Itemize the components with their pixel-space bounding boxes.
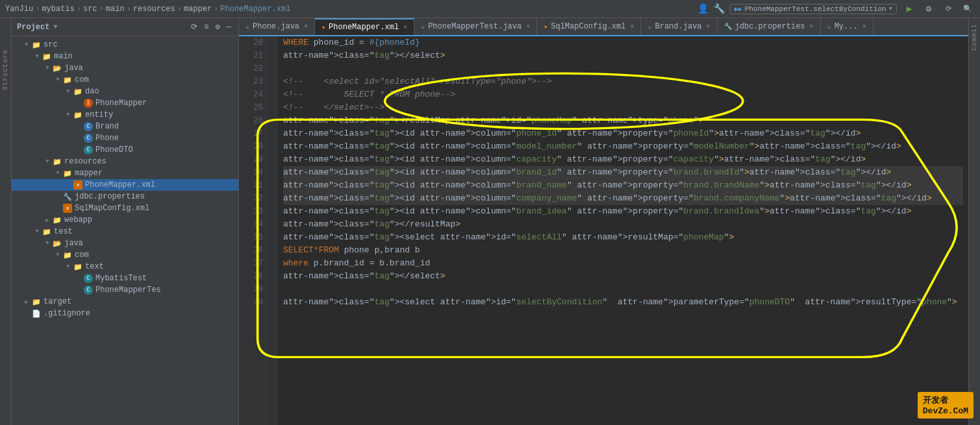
breadcrumb-bar: YanJiu › mybatis › src › main › resource… — [0, 0, 980, 18]
class-icon-phone: C — [83, 133, 94, 143]
tree-label-sqlmapconfig: SqlMapConfig.xml — [75, 204, 149, 213]
tree-item-dao[interactable]: ▼ 📁 dao — [12, 86, 238, 97]
tree-arrow-text: ▼ — [64, 263, 73, 270]
tree-arrow-src: ▼ — [22, 42, 31, 48]
tree-label-mybatistest: MybatisTest — [95, 274, 147, 283]
tree-item-com[interactable]: ▼ 📁 com — [12, 74, 238, 86]
tree-item-src[interactable]: ▼ 📁 src — [12, 39, 238, 51]
tab-phonemapper-xml[interactable]: ✦ PhoneMapper.xml × — [315, 18, 414, 35]
collapse-icon[interactable]: ≡ — [202, 22, 210, 32]
tab-label-my: My... — [835, 22, 858, 31]
tree-arrow-test: ▼ — [32, 228, 42, 235]
editor-area: ☕ Phone.java × ✦ PhoneMapper.xml × ☕ Pho… — [239, 18, 968, 425]
tab-my[interactable]: ☕ My... × — [821, 18, 873, 35]
tree-item-main[interactable]: ▼ 📁 main — [12, 51, 238, 62]
structure-label: Structure — [2, 49, 9, 90]
tab-close-phonemappertest-java[interactable]: × — [526, 23, 530, 30]
gear-icon[interactable]: ⚙ — [214, 21, 222, 32]
java-icon-brand: ☕ — [647, 23, 651, 30]
tree-item-phonemapper[interactable]: I PhoneMapper — [12, 97, 238, 109]
code-line-31: attr-name">class="tag"><id attr-name">co… — [283, 179, 963, 192]
tree-item-test[interactable]: ▼ 📁 test — [12, 226, 238, 237]
code-line-35: attr-name">class="tag"><select attr-name… — [283, 231, 963, 244]
tree-item-text[interactable]: ▼ 📁 text — [12, 261, 238, 273]
folder-icon-com: 📁 — [62, 75, 73, 85]
tree-label-phonemapper: PhoneMapper — [95, 99, 147, 108]
watermark-line1: 开发者 — [923, 396, 948, 406]
code-line-36: SELECT * FROM phone p,brand b — [283, 244, 963, 257]
breadcrumb-mybatis[interactable]: mybatis — [42, 5, 74, 14]
tree-label-java2: java — [64, 239, 83, 248]
code-line-23: <!-- <select id="selectAll" resultType="… — [283, 75, 963, 88]
code-line-33: attr-name">class="tag"><id attr-name">co… — [283, 205, 963, 218]
tree-item-resources[interactable]: ▼ 📁 resources — [12, 156, 238, 167]
run-config-selector[interactable]: ▶▶ PhoneMapperTest.selectByCondition ▼ — [730, 4, 897, 14]
gutter — [266, 36, 278, 425]
tree-item-webapp[interactable]: ▶ 📁 webapp — [12, 214, 238, 226]
tree-item-phonemappertest[interactable]: C PhoneMapperTes — [12, 284, 238, 296]
wrench-icon[interactable]: 🔧 — [714, 3, 725, 14]
sync-icon[interactable]: ⟳ — [189, 21, 199, 32]
tab-jdbc-properties[interactable]: 🔧 jdbc.properties × — [718, 18, 821, 35]
tree-arrow-com: ▼ — [53, 77, 62, 83]
breadcrumb-resources[interactable]: resources — [133, 5, 175, 14]
tab-close-my[interactable]: × — [862, 23, 866, 30]
code-line-39 — [283, 283, 963, 296]
folder-icon-com2: 📁 — [62, 250, 73, 260]
run-button[interactable]: ▶ — [902, 2, 916, 16]
tree-label-dao: dao — [85, 87, 99, 96]
tree-arrow-target: ▶ — [22, 298, 31, 306]
tree-label-phonemapper-xml: PhoneMapper.xml — [85, 180, 155, 189]
tree-item-java[interactable]: ▼ 📂 java — [12, 62, 238, 74]
breadcrumb-src[interactable]: src — [83, 5, 97, 14]
tab-phonemappertest-java[interactable]: ☕ PhoneMapperTest.java × — [414, 18, 537, 35]
project-tree: ▼ 📁 src ▼ 📁 main ▼ 📂 java ▼ — [12, 36, 238, 425]
folder-icon-mapper: 📁 — [62, 168, 73, 178]
tree-item-entity[interactable]: ▼ 📁 entity — [12, 109, 238, 121]
breadcrumb-file[interactable]: PhoneMapper.xml — [220, 5, 290, 14]
gear-button[interactable]: ⚙ — [922, 2, 936, 16]
tree-arrow-java2: ▼ — [43, 240, 52, 247]
code-content[interactable]: WHERE phone_id = #{phoneId}attr-name">cl… — [278, 36, 968, 425]
tab-brand-java[interactable]: ☕ Brand.java × — [641, 18, 717, 35]
breadcrumb-yanjiu[interactable]: YanJiu — [5, 5, 33, 14]
folder-icon-text: 📁 — [73, 261, 83, 272]
tab-close-phonemapper-xml[interactable]: × — [403, 24, 407, 31]
tab-sqlmapconfig-xml[interactable]: ✦ SqlMapConfig.xml × — [537, 18, 641, 35]
tree-item-jdbc-props[interactable]: 🔧 jdbc.properties — [12, 191, 238, 202]
code-line-29: attr-name">class="tag"><id attr-name">co… — [283, 153, 963, 166]
tree-item-mybatistest[interactable]: C MybatisTest — [12, 273, 238, 284]
class-icon-brand: C — [83, 121, 94, 132]
tree-item-target[interactable]: ▶ 📁 target — [12, 296, 238, 308]
tree-label-phone: Phone — [95, 134, 119, 143]
tree-label-phonemappertest: PhoneMapperTes — [95, 285, 161, 295]
code-line-37: where p.brand_id = b.brand_id — [283, 257, 963, 270]
tree-item-phone[interactable]: C Phone — [12, 132, 238, 144]
breadcrumb-mapper[interactable]: mapper — [184, 5, 212, 14]
tree-item-java2[interactable]: ▼ 📂 java — [12, 237, 238, 249]
tree-item-sqlmapconfig[interactable]: x SqlMapConfig.xml — [12, 202, 238, 214]
tree-item-brand[interactable]: C Brand — [12, 121, 238, 132]
tab-close-sqlmapconfig-xml[interactable]: × — [630, 23, 634, 30]
close-sidebar-icon[interactable]: — — [225, 22, 233, 32]
tree-item-mapper-folder[interactable]: ▼ 📁 mapper — [12, 167, 238, 179]
tab-label-phone-java: Phone.java — [253, 22, 299, 31]
tab-phone-java[interactable]: ☕ Phone.java × — [239, 18, 315, 35]
update-button[interactable]: ⟳ — [941, 2, 955, 16]
tab-label-sqlmapconfig-xml: SqlMapConfig.xml — [551, 22, 625, 31]
tree-item-phonemapper-xml[interactable]: x PhoneMapper.xml — [12, 179, 238, 191]
tree-item-gitignore[interactable]: 📄 .gitignore — [12, 308, 238, 319]
user-icon[interactable]: 👤 — [697, 3, 709, 14]
right-panel: Commit — [968, 18, 980, 425]
search-button[interactable]: 🔍 — [961, 2, 975, 16]
folder-icon-main: 📁 — [42, 51, 52, 62]
tab-close-phone-java[interactable]: × — [304, 23, 308, 30]
tree-item-phonedto[interactable]: C PhoneDTO — [12, 144, 238, 156]
code-line-21: attr-name">class="tag"></select> — [283, 49, 963, 62]
tab-bar: ☕ Phone.java × ✦ PhoneMapper.xml × ☕ Pho… — [239, 18, 968, 36]
code-line-25: <!-- </select>--> — [283, 101, 963, 114]
tab-close-jdbc-properties[interactable]: × — [810, 23, 814, 30]
breadcrumb-main[interactable]: main — [106, 5, 125, 14]
tab-close-brand-java[interactable]: × — [707, 23, 710, 30]
tree-item-com2[interactable]: ▼ 📁 com — [12, 249, 238, 261]
